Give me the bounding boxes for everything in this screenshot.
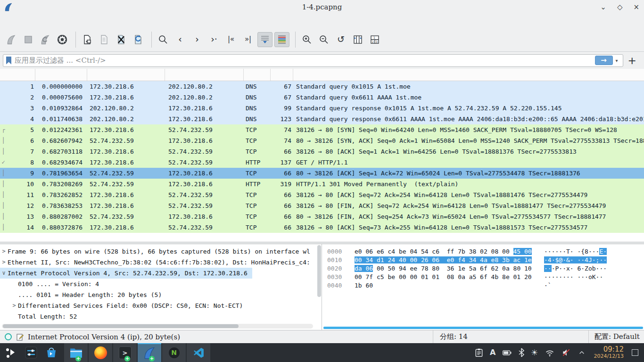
capture-start-button[interactable] xyxy=(4,32,19,47)
capture-restart-button[interactable] xyxy=(38,32,53,47)
colorize-button[interactable] xyxy=(274,32,289,47)
column-header[interactable] xyxy=(244,69,271,81)
open-file-button[interactable] xyxy=(80,32,95,47)
packet-row[interactable]: 2 0.000075600 172.30.218.6 202.120.80.2 … xyxy=(0,92,644,103)
hex-offset: 0000 xyxy=(327,247,347,256)
expander-icon[interactable] xyxy=(10,311,18,322)
auto-scroll-button[interactable] xyxy=(257,32,272,47)
wifi-icon[interactable] xyxy=(545,348,555,357)
close-button[interactable]: × xyxy=(633,3,639,11)
hex-row[interactable]: 0020 da 06 00 50 94 ee 78 80 36 1e 5a 6f… xyxy=(327,264,644,273)
packet-row[interactable]: 1 0.000000000 172.30.218.6 202.120.80.2 … xyxy=(0,81,644,92)
go-first-button[interactable]: |« xyxy=(223,32,239,47)
save-file-button[interactable] xyxy=(97,32,112,47)
capture-comment-icon[interactable] xyxy=(16,333,24,341)
column-header[interactable] xyxy=(271,69,293,81)
detail-horizontal-scrollbar[interactable] xyxy=(2,324,313,329)
taskbar-item-vscode[interactable] xyxy=(187,343,210,362)
find-packet-button[interactable] xyxy=(156,32,171,47)
clipboard-icon[interactable] xyxy=(474,348,484,357)
hex-horizontal-scrollbar[interactable] xyxy=(323,327,643,329)
expander-icon[interactable]: > xyxy=(10,300,18,311)
packet-row[interactable]: 3 0.010932864 202.120.80.2 172.30.218.6 … xyxy=(0,103,644,114)
close-file-button[interactable] xyxy=(114,32,129,47)
input-method-icon[interactable]: A xyxy=(490,348,495,357)
zoom-reset-button[interactable]: ↺ xyxy=(333,32,348,47)
zoom-out-button[interactable] xyxy=(316,32,331,47)
bluetooth-icon[interactable] xyxy=(518,348,525,357)
go-last-button[interactable]: »| xyxy=(240,32,256,47)
taskbar-item-neovim[interactable]: N xyxy=(162,343,186,362)
conversation-mark xyxy=(0,81,7,92)
detail-line[interactable]: > Ethernet II, Src: NewH3CTechno_7b:38:0… xyxy=(0,257,315,268)
packet-protocol: HTTP xyxy=(244,179,271,189)
capture-options-button[interactable] xyxy=(55,32,70,47)
column-header[interactable] xyxy=(165,69,244,81)
reload-file-button[interactable] xyxy=(131,32,146,47)
packet-row[interactable]: │ 10 0.783208269 52.74.232.59 172.30.218… xyxy=(0,179,644,189)
discover-icon[interactable] xyxy=(45,346,58,359)
battery-icon[interactable] xyxy=(502,348,512,357)
taskbar-item-firefox[interactable] xyxy=(89,343,112,362)
packet-row[interactable]: │ 9 0.781963654 52.74.232.59 172.30.218.… xyxy=(0,168,644,179)
display-filter-input[interactable] xyxy=(15,56,595,65)
column-header[interactable] xyxy=(35,69,87,81)
packet-row[interactable]: ┌ 5 0.012242361 172.30.218.6 52.74.232.5… xyxy=(0,124,644,135)
add-filter-button[interactable]: + xyxy=(623,55,641,66)
system-settings-icon[interactable] xyxy=(25,346,37,359)
hex-row[interactable]: 0010 00 34 d1 24 40 00 26 06 e0 f4 34 4a… xyxy=(327,256,644,264)
packet-source: 172.30.218.6 xyxy=(87,189,165,200)
expander-icon[interactable] xyxy=(10,279,18,289)
expand-tray-icon[interactable] xyxy=(578,349,586,356)
packet-row[interactable]: │ 7 0.682703118 172.30.218.6 52.74.232.5… xyxy=(0,146,644,157)
clock[interactable]: 09:12 2024/12/13 xyxy=(594,346,624,359)
expander-icon[interactable]: ∨ xyxy=(0,268,8,279)
go-forward-button[interactable]: › xyxy=(190,32,205,47)
packet-row[interactable]: 4 0.011740638 202.120.80.2 172.30.218.6 … xyxy=(0,114,644,124)
detail-line[interactable]: ∨ Internet Protocol Version 4, Src: 52.7… xyxy=(0,268,252,279)
packet-row[interactable]: │ 6 0.682607942 52.74.232.59 172.30.218.… xyxy=(0,135,644,146)
apply-filter-button[interactable]: → xyxy=(595,56,613,65)
app-launcher-icon[interactable] xyxy=(5,346,17,359)
go-to-packet-button[interactable]: ›· xyxy=(206,32,222,47)
zoom-in-button[interactable] xyxy=(299,32,314,47)
column-header[interactable] xyxy=(0,69,35,81)
brightness-icon[interactable]: ☀ xyxy=(531,348,538,357)
hex-row[interactable]: 0000 e0 06 e6 c4 be 04 54 c6 ff 7b 38 02… xyxy=(327,247,644,256)
expander-icon[interactable] xyxy=(10,289,18,300)
capture-stop-button[interactable] xyxy=(21,32,36,47)
maximize-button[interactable]: ◇ xyxy=(617,3,623,11)
volume-muted-icon[interactable] xyxy=(561,348,571,357)
column-header[interactable] xyxy=(87,69,165,81)
detail-line[interactable]: .... 0101 = Header Length: 20 bytes (5) xyxy=(10,289,166,300)
bookmark-icon[interactable] xyxy=(6,57,11,65)
packet-row[interactable]: ✓ 8 0.682934674 172.30.218.6 52.74.232.5… xyxy=(0,157,644,168)
detail-line[interactable]: Total Length: 52 xyxy=(10,311,82,322)
expert-info-icon[interactable] xyxy=(5,333,12,340)
packet-row[interactable]: │ 13 0.880287002 52.74.232.59 172.30.218… xyxy=(0,211,644,222)
minimize-button[interactable]: ⌄ xyxy=(600,3,606,11)
taskbar-item-file-manager[interactable]: + xyxy=(64,343,88,362)
hex-row[interactable]: 0040 1b 60 ·` xyxy=(327,281,644,290)
packet-row[interactable]: │ 12 0.783638253 172.30.218.6 52.74.232.… xyxy=(0,200,644,211)
resize-columns-button[interactable] xyxy=(350,32,365,47)
hex-row[interactable]: 0030 00 7f c5 be 00 00 01 01 08 0a a5 6f… xyxy=(327,273,644,281)
packet-no: 8 xyxy=(7,157,35,168)
detail-line[interactable]: > Differentiated Services Field: 0x00 (D… xyxy=(10,300,248,311)
taskbar-item-wireshark[interactable]: + xyxy=(138,343,161,362)
expander-icon[interactable]: > xyxy=(0,257,8,268)
detail-line[interactable]: > Frame 9: 66 bytes on wire (528 bits), … xyxy=(0,246,315,257)
show-desktop-button[interactable] xyxy=(632,349,638,356)
filter-dropdown-caret-icon[interactable]: ▾ xyxy=(616,58,618,63)
packet-row[interactable]: │ 14 0.880372876 172.30.218.6 52.74.232.… xyxy=(0,222,644,233)
expander-icon[interactable]: > xyxy=(0,246,8,257)
display-filter-field[interactable]: → ▾ xyxy=(3,54,623,67)
detail-vertical-scrollbar[interactable] xyxy=(317,245,321,297)
go-back-button[interactable]: ‹ xyxy=(173,32,188,47)
column-header[interactable] xyxy=(293,69,644,81)
detail-line[interactable]: 0100 .... = Version: 4 xyxy=(10,279,104,289)
layout-button[interactable]: 123 xyxy=(367,32,382,47)
packet-row[interactable]: │ 11 0.783262852 172.30.218.6 52.74.232.… xyxy=(0,189,644,200)
taskbar-item-terminal[interactable]: > + xyxy=(113,343,137,362)
profile-label[interactable]: 配置: Default xyxy=(594,332,640,341)
